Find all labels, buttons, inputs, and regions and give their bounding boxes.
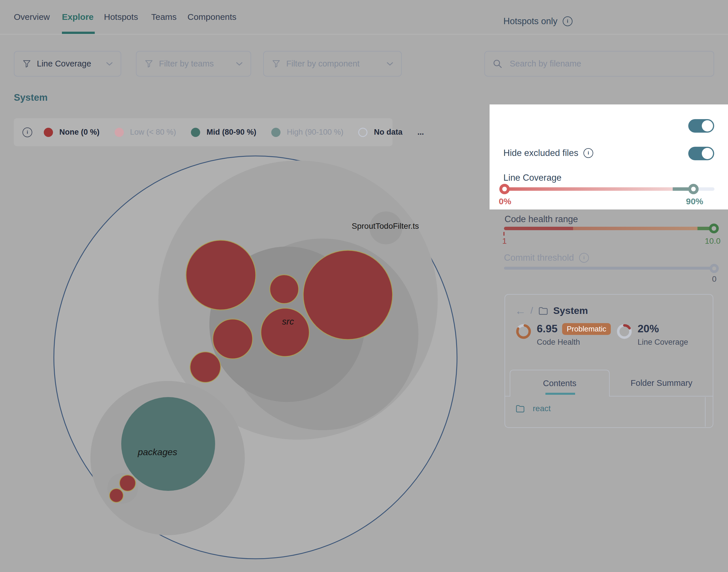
info-icon[interactable]: i [579,253,589,263]
code-health-min-tick [503,232,504,236]
bubble-packages[interactable] [121,397,215,491]
line-coverage-gauge [616,323,633,340]
tab-folder-summary[interactable]: Folder Summary [610,370,713,397]
legend-dot [358,128,367,137]
range-tan-segment [573,227,697,230]
code-health-gauge [515,323,532,340]
chevron-down-icon [386,62,393,66]
chevron-down-icon [236,62,243,66]
commit-threshold-row: Commit threshold i [504,253,589,263]
coverage-legend: i None (0 %)Low (< 80 %)Mid (80-90 %)Hig… [14,118,392,146]
hotspots-only-label: Hotspots only [503,16,557,26]
hide-excluded-row: Hide excluded files i [503,148,593,158]
hotspots-only-toggle[interactable] [688,119,714,133]
bubble-label: packages [138,447,177,457]
code-health-label: Code Health [537,338,611,347]
commit-threshold-handle[interactable] [710,264,719,273]
legend-item[interactable]: Mid (80-90 %) [191,128,256,137]
active-tab-indicator [545,393,575,395]
hide-excluded-label: Hide excluded files [503,148,578,158]
line-coverage-max-handle[interactable] [688,184,699,194]
line-coverage-slider-label: Line Coverage [503,172,561,183]
toggle-knob [702,148,713,159]
bubble-hotspot-file[interactable] [186,240,256,310]
folder-detail-card: ← / System 6.95 Problematic Code Health [504,294,713,428]
nav-tab-overview[interactable]: Overview [14,12,50,22]
component-filter-dropdown[interactable]: Filter by component [263,51,402,77]
nav-tab-explore[interactable]: Explore [62,12,94,22]
page-title: System [14,92,48,103]
search-input[interactable] [509,59,683,69]
bubble-hotspot-src[interactable] [261,308,309,356]
bubble-hotspot-file[interactable] [213,319,252,359]
tab-border-segment [505,396,510,397]
line-coverage-max-value: 90% [686,197,703,206]
back-arrow-icon[interactable]: ← [515,305,526,316]
legend-item[interactable]: No data [358,128,402,137]
commit-threshold-value: 0 [708,275,717,284]
bubble-label: src [282,316,294,327]
legend-label: None (0 %) [59,128,100,137]
bubble-hotspot-file[interactable] [120,475,136,491]
legend-label: Mid (80-90 %) [206,128,256,137]
legend-more[interactable]: ... [418,128,424,137]
toggle-knob [702,120,713,132]
hide-excluded-toggle[interactable] [688,147,714,160]
bubble-hotspot-file[interactable] [109,489,123,502]
code-health-value: 6.95 [537,323,557,335]
code-health-range-label: Code health range [504,214,578,224]
legend-item[interactable]: Low (< 80 %) [115,128,176,137]
commit-threshold-track[interactable] [504,267,719,270]
range-red-segment [504,227,573,230]
scrollbar[interactable] [705,397,706,427]
filters-spotlight-panel: Hotspots only i Hide excluded files i Li… [490,104,728,209]
card-title: System [553,305,588,316]
coverage-filter-dropdown[interactable]: Line Coverage [14,51,121,77]
teams-filter-dropdown[interactable]: Filter by teams [136,51,251,77]
legend-dot [191,128,200,137]
legend-item[interactable]: High (90-100 %) [271,128,344,137]
legend-label: No data [374,128,402,137]
line-coverage-metric: 20% Line Coverage [616,323,688,347]
search-box[interactable] [484,51,714,77]
code-health-min-value: 1 [502,236,507,246]
funnel-icon [22,59,32,69]
info-icon[interactable]: i [563,16,572,26]
list-item-label: react [533,404,551,413]
component-filter-label: Filter by component [286,59,360,68]
folder-icon [515,404,525,414]
slider-gradient-segment [503,187,673,191]
legend-dot [115,128,124,137]
bubble-hotspot-file[interactable] [270,275,299,303]
tab-folder-summary-label: Folder Summary [631,378,692,388]
teams-filter-label: Filter by teams [159,59,214,68]
circle-packing-chart[interactable]: SproutTodoFilter.tssrcpackages [0,0,728,572]
contents-list-item-react[interactable]: react [515,404,551,414]
tab-contents[interactable]: Contents [510,370,610,397]
legend-label: Low (< 80 %) [130,128,176,137]
commit-threshold-label: Commit threshold [504,253,574,263]
line-coverage-value: 20% [638,323,659,335]
breadcrumb: ← / System [515,305,588,316]
code-health-range-track[interactable] [504,227,719,230]
legend-label: High (90-100 %) [287,128,344,137]
chevron-down-icon [106,62,113,66]
nav-tab-components[interactable]: Components [187,12,236,22]
bubble-label: SproutTodoFilter.ts [352,222,419,230]
nav-tab-hotspots[interactable]: Hotspots [104,12,138,22]
legend-info[interactable]: i [22,128,32,137]
line-coverage-slider-track[interactable] [503,187,715,191]
nav-tab-teams[interactable]: Teams [151,12,177,22]
funnel-icon [144,59,154,69]
coverage-filter-label: Line Coverage [37,59,91,68]
funnel-icon [271,59,281,69]
info-icon: i [22,128,32,137]
bubble-hotspot-file[interactable] [190,352,221,382]
hotspots-only-row: Hotspots only i [503,16,572,26]
info-icon[interactable]: i [584,148,593,158]
code-health-range-handle[interactable] [709,224,719,233]
legend-item[interactable]: None (0 %) [44,128,100,137]
line-coverage-min-handle[interactable] [499,184,510,194]
code-health-metric: 6.95 Problematic Code Health [515,323,611,347]
bubble-hotspot-file[interactable] [303,250,392,340]
